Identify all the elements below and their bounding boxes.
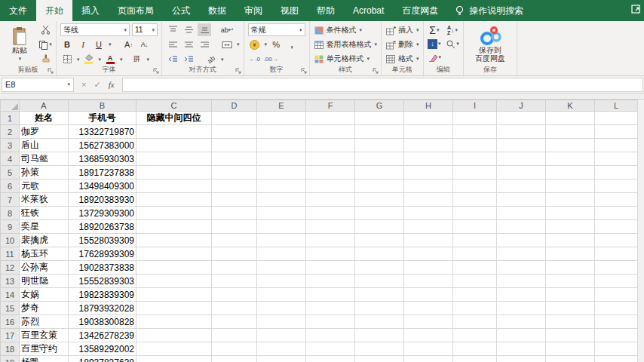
empty-cell[interactable] bbox=[595, 166, 638, 179]
empty-cell[interactable] bbox=[453, 302, 497, 315]
bold-button[interactable]: B bbox=[60, 38, 74, 51]
increase-indent-button[interactable] bbox=[182, 53, 195, 66]
align-middle-button[interactable] bbox=[182, 23, 195, 36]
conditional-formatting-button[interactable]: 条件格式▾ bbox=[314, 23, 378, 37]
empty-cell[interactable] bbox=[257, 342, 306, 356]
row-header[interactable]: 13 bbox=[1, 275, 20, 288]
empty-cell[interactable] bbox=[136, 152, 212, 166]
row-header[interactable]: 10 bbox=[1, 234, 20, 247]
empty-cell[interactable] bbox=[546, 315, 595, 329]
empty-cell[interactable] bbox=[453, 112, 497, 125]
align-top-button[interactable] bbox=[166, 23, 179, 36]
empty-cell[interactable] bbox=[404, 152, 453, 166]
empty-cell[interactable] bbox=[257, 112, 306, 125]
empty-cell[interactable] bbox=[497, 166, 546, 179]
empty-cell[interactable] bbox=[136, 288, 212, 302]
cell-styles-button[interactable]: 单元格样式▾ bbox=[314, 52, 378, 66]
empty-cell[interactable] bbox=[212, 356, 257, 362]
tab-help[interactable]: 帮助 bbox=[308, 0, 344, 21]
empty-cell[interactable] bbox=[212, 112, 257, 125]
formula-input[interactable] bbox=[122, 78, 643, 92]
empty-cell[interactable] bbox=[306, 220, 355, 234]
empty-cell[interactable] bbox=[136, 302, 212, 315]
empty-cell[interactable] bbox=[453, 139, 497, 152]
row-header[interactable]: 4 bbox=[1, 152, 20, 166]
empty-cell[interactable] bbox=[212, 288, 257, 302]
borders-button[interactable] bbox=[60, 53, 74, 66]
empty-cell[interactable] bbox=[404, 261, 453, 275]
empty-cell[interactable] bbox=[404, 166, 453, 179]
empty-cell[interactable] bbox=[497, 315, 546, 329]
accounting-format-button[interactable]: ¥ bbox=[248, 38, 262, 51]
empty-cell[interactable] bbox=[595, 193, 638, 207]
empty-cell[interactable] bbox=[257, 166, 306, 179]
empty-cell[interactable] bbox=[595, 207, 638, 220]
empty-cell[interactable] bbox=[404, 220, 453, 234]
empty-cell[interactable] bbox=[136, 220, 212, 234]
empty-cell[interactable] bbox=[546, 247, 595, 261]
column-header-f[interactable]: F bbox=[306, 100, 355, 112]
delete-cells-button[interactable]: 删除▾ bbox=[385, 38, 419, 51]
empty-cell[interactable] bbox=[306, 247, 355, 261]
header-cell-phone[interactable]: 手机号 bbox=[69, 112, 136, 125]
copy-button[interactable]: ▾ bbox=[38, 38, 52, 51]
empty-cell[interactable] bbox=[355, 329, 404, 342]
empty-cell[interactable] bbox=[212, 234, 257, 247]
column-header-l[interactable]: L bbox=[595, 100, 638, 112]
empty-cell[interactable] bbox=[546, 261, 595, 275]
tab-insert[interactable]: 插入 bbox=[72, 0, 109, 21]
empty-cell[interactable] bbox=[453, 179, 497, 193]
shrink-font-button[interactable]: A↓ bbox=[138, 38, 152, 51]
empty-cell[interactable] bbox=[306, 125, 355, 139]
phone-cell[interactable]: 19028373838 bbox=[69, 261, 136, 275]
tell-me-search[interactable]: 操作说明搜索 bbox=[447, 0, 531, 21]
empty-cell[interactable] bbox=[497, 139, 546, 152]
styles-dialog-launcher[interactable] bbox=[373, 68, 379, 75]
clipboard-dialog-launcher[interactable] bbox=[48, 68, 54, 75]
empty-cell[interactable] bbox=[212, 261, 257, 275]
phone-cell[interactable]: 17628939309 bbox=[69, 247, 136, 261]
insert-function-button[interactable]: fx bbox=[109, 80, 115, 89]
vertical-scrollbar[interactable] bbox=[637, 100, 644, 362]
empty-cell[interactable] bbox=[306, 139, 355, 152]
phone-cell[interactable]: 15627383000 bbox=[69, 139, 136, 152]
empty-cell[interactable] bbox=[404, 275, 453, 288]
empty-cell[interactable] bbox=[453, 329, 497, 342]
empty-cell[interactable] bbox=[257, 288, 306, 302]
empty-cell[interactable] bbox=[595, 112, 638, 125]
decrease-decimal-button[interactable]: .00→ bbox=[264, 53, 278, 66]
empty-cell[interactable] bbox=[212, 125, 257, 139]
empty-cell[interactable] bbox=[355, 342, 404, 356]
empty-cell[interactable] bbox=[136, 342, 212, 356]
empty-cell[interactable] bbox=[306, 356, 355, 362]
tab-page-layout[interactable]: 页面布局 bbox=[109, 0, 163, 21]
empty-cell[interactable] bbox=[595, 302, 638, 315]
empty-cell[interactable] bbox=[595, 139, 638, 152]
empty-cell[interactable] bbox=[257, 193, 306, 207]
phone-cell[interactable]: 13322719870 bbox=[69, 125, 136, 139]
cut-button[interactable] bbox=[38, 23, 52, 36]
empty-cell[interactable] bbox=[306, 288, 355, 302]
empty-cell[interactable] bbox=[257, 125, 306, 139]
empty-cell[interactable] bbox=[355, 288, 404, 302]
empty-cell[interactable] bbox=[497, 193, 546, 207]
empty-cell[interactable] bbox=[355, 315, 404, 329]
name-cell[interactable]: 杨戬 bbox=[20, 356, 69, 362]
name-box[interactable]: E8 ▾ bbox=[2, 78, 74, 92]
empty-cell[interactable] bbox=[497, 302, 546, 315]
align-bottom-button[interactable] bbox=[198, 23, 211, 36]
empty-cell[interactable] bbox=[355, 302, 404, 315]
empty-cell[interactable] bbox=[212, 139, 257, 152]
column-header-h[interactable]: H bbox=[404, 100, 453, 112]
empty-cell[interactable] bbox=[404, 112, 453, 125]
phone-cell[interactable]: 18793932028 bbox=[69, 302, 136, 315]
empty-cell[interactable] bbox=[212, 329, 257, 342]
column-header-k[interactable]: K bbox=[546, 100, 595, 112]
empty-cell[interactable] bbox=[136, 179, 212, 193]
empty-cell[interactable] bbox=[497, 329, 546, 342]
empty-cell[interactable] bbox=[595, 261, 638, 275]
name-cell[interactable]: 裴擒虎 bbox=[20, 234, 69, 247]
empty-cell[interactable] bbox=[355, 220, 404, 234]
column-header-e[interactable]: E bbox=[257, 100, 306, 112]
empty-cell[interactable] bbox=[404, 234, 453, 247]
